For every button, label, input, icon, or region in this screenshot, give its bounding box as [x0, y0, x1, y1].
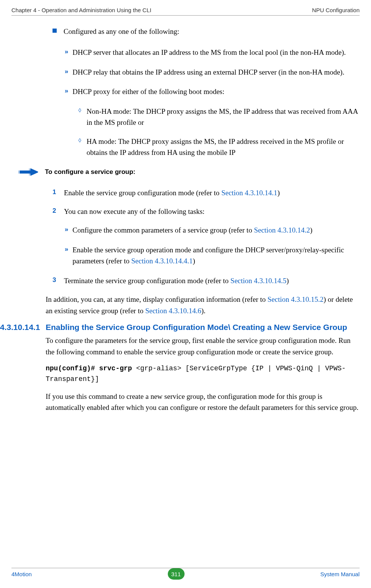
chevron-icon: » [65, 226, 67, 233]
page-number-badge: 311 [168, 568, 185, 580]
paragraph: In addition, you can, at any time, displ… [46, 294, 360, 316]
command-block: npu(config)# srvc-grp <grp-alias> [Servi… [46, 363, 360, 385]
sub-sub-text: HA mode: The DHCP proxy assigns the MS, … [86, 136, 360, 158]
sub-text: DHCP server that allocates an IP address… [72, 47, 346, 58]
text-span: ) [310, 226, 312, 234]
arrow-icon [18, 167, 38, 177]
sub-sub-item: ◊ HA mode: The DHCP proxy assigns the MS… [78, 136, 360, 158]
step-number: 3 [53, 276, 57, 284]
page-header: Chapter 4 - Operation and Administration… [11, 7, 360, 13]
chevron-icon: » [65, 87, 67, 95]
step-item: 2 You can now execute any of the followi… [53, 206, 360, 217]
sub-item: » Enable the service group operation mod… [65, 244, 360, 267]
sub-text: DHCP proxy for either of the following b… [72, 86, 224, 97]
text-span: In addition, you can, at any time, displ… [46, 295, 268, 303]
header-left: Chapter 4 - Operation and Administration… [11, 7, 151, 13]
section-heading: 4.3.10.14.1 Enabling the Service Group C… [0, 322, 360, 332]
cross-ref-link[interactable]: Section 4.3.10.14.2 [254, 226, 310, 234]
sub-item: » Configure the common parameters of a s… [65, 225, 360, 236]
sub-sub-text: Non-HA mode: The DHCP proxy assigns the … [86, 106, 360, 128]
step-text: Terminate the service group configuratio… [64, 275, 289, 286]
header-right: NPU Configuration [312, 7, 360, 13]
step-text: You can now execute any of the following… [64, 206, 205, 217]
command-bold: npu(config)# srvc-grp [46, 365, 136, 372]
sub-item: » DHCP proxy for either of the following… [65, 86, 360, 97]
chevron-icon: » [65, 245, 67, 253]
text-span: ). [201, 307, 205, 315]
paragraph: If you use this command to create a new … [46, 391, 360, 413]
sub-text: Configure the common parameters of a ser… [72, 225, 312, 236]
page-number: 311 [171, 571, 181, 577]
cross-ref-link[interactable]: Section 4.3.10.14.5 [231, 277, 287, 285]
section-title: Enabling the Service Group Configuration… [46, 322, 347, 332]
diamond-icon: ◊ [78, 107, 81, 114]
text-span: Enable the service group operation mode … [72, 246, 344, 265]
square-bullet-icon [53, 29, 57, 33]
sub-sub-item: ◊ Non-HA mode: The DHCP proxy assigns th… [78, 106, 360, 128]
step-number: 1 [53, 188, 57, 196]
section-number: 4.3.10.14.1 [0, 322, 46, 332]
procedure-heading: To configure a service group: [18, 167, 360, 177]
diamond-icon: ◊ [78, 137, 81, 144]
cross-ref-link[interactable]: Section 4.3.10.14.4.1 [131, 257, 193, 265]
step-text: Enable the service group configuration m… [64, 187, 280, 198]
text-span: Enable the service group configuration m… [64, 189, 221, 197]
footer-left: 4Motion [11, 571, 32, 577]
sub-text: Enable the service group operation mode … [72, 244, 360, 267]
bullet-text: Configured as any one of the following: [64, 26, 179, 37]
procedure-title: To configure a service group: [45, 168, 135, 176]
sub-item: » DHCP relay that obtains the IP address… [65, 67, 360, 78]
text-span: ) [277, 189, 280, 197]
footer-right: System Manual [320, 571, 360, 577]
step-item: 3 Terminate the service group configurat… [53, 275, 360, 286]
sub-item: » DHCP server that allocates an IP addre… [65, 47, 360, 58]
cross-ref-link[interactable]: Section 4.3.10.14.6 [145, 307, 201, 315]
step-item: 1 Enable the service group configuration… [53, 187, 360, 198]
chevron-icon: » [65, 48, 67, 56]
text-span: Terminate the service group configuratio… [64, 277, 231, 285]
header-rule [11, 15, 360, 16]
bullet-item: Configured as any one of the following: [53, 26, 360, 37]
text-span: Configure the common parameters of a ser… [72, 226, 254, 234]
cross-ref-link[interactable]: Section 4.3.10.14.1 [221, 189, 277, 197]
sub-text: DHCP relay that obtains the IP address u… [72, 67, 344, 78]
page-footer: 4Motion 311 System Manual [11, 568, 360, 580]
chevron-icon: » [65, 68, 67, 75]
paragraph: To configure the parameters for the serv… [46, 335, 360, 357]
text-span: ) [287, 277, 289, 285]
text-span: ) [193, 257, 195, 265]
step-number: 2 [53, 207, 57, 215]
cross-ref-link[interactable]: Section 4.3.10.15.2 [268, 295, 323, 303]
